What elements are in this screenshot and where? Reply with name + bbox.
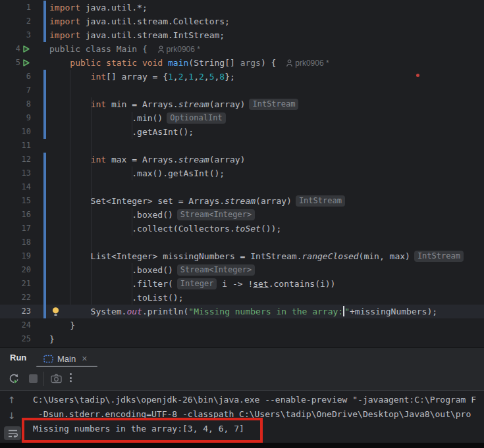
code-token: 1	[168, 72, 173, 82]
code-token: java.util.stream.Collectors;	[80, 16, 230, 26]
code-token: stream	[178, 99, 209, 109]
stop-icon[interactable]	[29, 374, 38, 383]
code-lines: 1import java.util.*;2import java.util.st…	[0, 0, 484, 346]
code-line[interactable]: 10 .getAsInt();	[0, 125, 484, 139]
code-token: import	[49, 30, 80, 40]
console-icon	[43, 355, 53, 363]
code-line[interactable]: 21 .filter(Integer i -> !set.contains(i)…	[0, 277, 484, 291]
inlay-hint[interactable]: IntStream	[296, 195, 345, 207]
code-line[interactable]: 18	[0, 236, 484, 249]
line-number: 2	[0, 14, 31, 28]
vcs-change-bar	[43, 222, 46, 236]
line-number: 14	[0, 180, 31, 194]
code-line[interactable]: 1import java.util.*;	[0, 1, 484, 14]
code-token: stream	[178, 155, 209, 164]
code-line[interactable]: 23 System.out.println("Missing numbers i…	[0, 305, 484, 318]
code-token: out	[126, 307, 142, 316]
annotation-rectangle	[22, 418, 263, 443]
code-text: int max = Arrays.stream(array)	[49, 153, 245, 166]
tab-main-label: Main	[57, 354, 76, 364]
soft-wrap-icon[interactable]	[4, 426, 21, 440]
run-icon[interactable]	[22, 45, 30, 53]
code-editor[interactable]: 1import java.util.*;2import java.util.st…	[0, 0, 484, 347]
line-number: 10	[0, 125, 31, 139]
code-line[interactable]: 22 .toList();	[0, 291, 484, 305]
code-line[interactable]: 11	[0, 139, 484, 153]
code-token: System.	[49, 307, 126, 316]
code-line[interactable]: 25}	[0, 332, 484, 346]
code-token: rangeClosed	[302, 251, 359, 261]
code-text: import java.util.*;	[49, 1, 148, 14]
code-line[interactable]: 20 .boxed()Stream<Integer>	[0, 263, 484, 277]
code-token: .contains(i))	[269, 279, 336, 289]
inlay-hint[interactable]: Stream<Integer>	[177, 209, 255, 220]
code-token: }	[49, 320, 75, 330]
code-text: List<Integer> missingNumbers = IntStream…	[49, 249, 464, 263]
vcs-change-bar	[43, 153, 46, 166]
code-token: (array)	[255, 196, 292, 206]
code-line[interactable]: 13 .max().getAsInt();	[0, 166, 484, 180]
scroll-down-icon[interactable]: ↓	[8, 411, 16, 421]
code-line[interactable]: 3import java.util.stream.IntStream;	[0, 28, 484, 42]
code-line[interactable]: 17 .collect(Collectors.toSet());	[0, 222, 484, 236]
bottom-edge	[0, 443, 484, 448]
code-token: 2	[178, 72, 184, 82]
line-number: 9	[0, 111, 31, 125]
code-line[interactable]: 14	[0, 180, 484, 194]
code-text: .collect(Collectors.toSet());	[49, 222, 281, 236]
inlay-hint[interactable]: Integer	[177, 278, 217, 289]
code-token: max = Arrays.	[106, 155, 178, 164]
line-number: 18	[0, 236, 31, 249]
line-number: 7	[0, 84, 31, 97]
inlay-hint[interactable]: IntStream	[414, 251, 464, 262]
code-line[interactable]: 4public class Main { prk0906 *	[0, 42, 484, 56]
console-line: C:\Users\tadip\.jdks\openjdk-26\bin\java…	[33, 393, 484, 407]
code-text: .toList();	[49, 291, 184, 305]
code-text: Set<Integer> set = Arrays.stream(array)I…	[49, 194, 345, 208]
code-line[interactable]: 16 .boxed()Stream<Integer>	[0, 208, 484, 222]
code-token	[49, 99, 91, 109]
code-token	[49, 155, 91, 164]
line-number: 13	[0, 166, 31, 180]
run-icon[interactable]	[22, 59, 30, 67]
inlay-hint[interactable]: IntStream	[249, 99, 298, 110]
code-line[interactable]: 12 int max = Arrays.stream(array)	[0, 153, 484, 166]
code-line[interactable]: 9 .min()OptionalInt	[0, 111, 484, 125]
close-icon[interactable]: ×	[82, 354, 87, 363]
code-line[interactable]: 15 Set<Integer> set = Arrays.stream(arra…	[0, 194, 484, 208]
rerun-icon[interactable]	[8, 373, 20, 385]
line-number: 21	[0, 277, 31, 291]
code-token: import	[49, 16, 80, 26]
line-number: 17	[0, 222, 31, 236]
scroll-up-icon[interactable]: ↑	[8, 395, 16, 405]
code-line[interactable]: 24 }	[0, 318, 484, 332]
run-toolbar	[0, 367, 484, 391]
code-token: .filter(	[49, 279, 173, 289]
vcs-change-bar	[43, 84, 46, 97]
code-line[interactable]: 5 public static void main(String[] args)…	[0, 56, 484, 70]
code-token: Set<Integer> set = Arrays.	[49, 196, 225, 206]
code-token: args	[240, 58, 261, 68]
line-number: 1	[0, 1, 31, 14]
code-token: (array)	[209, 155, 246, 164]
code-line[interactable]: 19 List<Integer> missingNumbers = IntStr…	[0, 249, 484, 263]
code-line[interactable]: 8 int min = Arrays.stream(array)IntStrea…	[0, 97, 484, 111]
code-line[interactable]: 6 int[] array = {1,2,1,2,5,8};	[0, 70, 484, 84]
code-token	[49, 72, 91, 82]
inlay-hint[interactable]: Stream<Integer>	[177, 264, 255, 276]
vcs-change-bar	[43, 208, 46, 222]
code-token: stream	[225, 196, 255, 206]
code-token: List<Integer> missingNumbers = IntStream…	[49, 251, 302, 261]
tab-main[interactable]: Main ×	[43, 351, 87, 366]
thread-dump-icon[interactable]	[51, 374, 62, 384]
code-line[interactable]: 7	[0, 84, 484, 97]
code-token: set	[253, 279, 268, 289]
vcs-change-bar	[43, 14, 46, 28]
more-options-icon[interactable]	[70, 373, 72, 382]
code-line[interactable]: 2import java.util.stream.Collectors;	[0, 14, 484, 28]
code-text: .min()OptionalInt	[49, 111, 226, 125]
code-token: public class Main {	[49, 44, 153, 54]
inlay-hint[interactable]: OptionalInt	[167, 112, 225, 124]
code-token: .collect(Collectors.	[49, 224, 235, 234]
line-number: 8	[0, 97, 31, 111]
